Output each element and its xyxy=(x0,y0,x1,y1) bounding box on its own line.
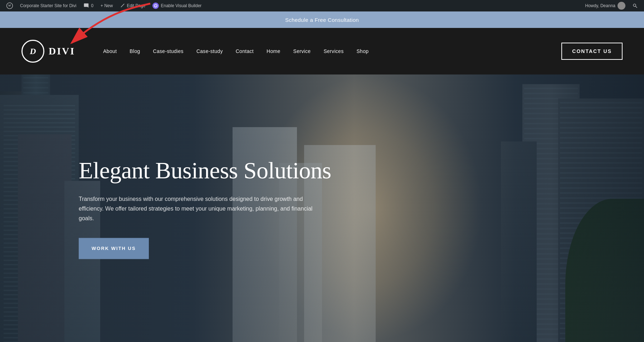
search-icon xyxy=(633,3,638,8)
edit-icon xyxy=(120,3,125,8)
new-content-button[interactable]: + New xyxy=(97,0,116,11)
howdy-greeting: Howdy, Deanna xyxy=(582,2,629,10)
nav-case-studies[interactable]: Case-studies xyxy=(147,28,190,74)
divi-icon: D xyxy=(154,4,157,8)
search-button[interactable] xyxy=(629,0,641,11)
nav-home[interactable]: Home xyxy=(260,28,287,74)
avatar xyxy=(618,2,625,10)
wp-logo-icon xyxy=(6,3,13,9)
notification-bar[interactable]: Schedule a Free Consultation xyxy=(0,11,644,28)
logo-circle-icon: D xyxy=(21,40,44,63)
nav-service[interactable]: Service xyxy=(287,28,317,74)
site-logo[interactable]: D DIVI xyxy=(21,40,75,63)
site-header: D DIVI About Blog Case-studies Case-stud… xyxy=(0,28,644,74)
hero-section: Elegant Business Solutions Transform you… xyxy=(0,74,644,342)
hero-content: Elegant Business Solutions Transform you… xyxy=(79,158,331,259)
admin-bar: Corporate Starter Site for Divi 0 + New … xyxy=(0,0,644,11)
nav-shop[interactable]: Shop xyxy=(350,28,375,74)
nav-case-study[interactable]: Case-study xyxy=(190,28,229,74)
visual-builder-icon: D xyxy=(152,3,159,9)
nav-contact[interactable]: Contact xyxy=(229,28,260,74)
contact-us-button[interactable]: CONTACT US xyxy=(561,43,623,60)
hero-subtitle: Transform your business with our compreh… xyxy=(79,194,329,224)
comments-button[interactable]: 0 xyxy=(80,0,97,11)
enable-visual-builder-button[interactable]: D Enable Visual Builder xyxy=(149,0,205,11)
nav-about[interactable]: About xyxy=(97,28,123,74)
nav-services[interactable]: Services xyxy=(317,28,350,74)
nav-blog[interactable]: Blog xyxy=(123,28,146,74)
svg-line-3 xyxy=(635,6,637,8)
notification-text: Schedule a Free Consultation xyxy=(285,17,359,23)
edit-page-button[interactable]: Edit Page xyxy=(116,0,149,11)
svg-text:D: D xyxy=(155,5,157,8)
logo-text: DIVI xyxy=(49,45,75,57)
comment-icon xyxy=(83,3,89,9)
admin-bar-right: Howdy, Deanna xyxy=(582,0,641,11)
wp-logo-button[interactable] xyxy=(3,0,16,11)
svg-point-2 xyxy=(633,4,636,6)
site-name-button[interactable]: Corporate Starter Site for Divi xyxy=(16,0,80,11)
site-nav: About Blog Case-studies Case-study Conta… xyxy=(97,28,561,74)
hero-title: Elegant Business Solutions xyxy=(79,158,331,184)
work-with-us-button[interactable]: WORK WITH US xyxy=(79,238,149,259)
